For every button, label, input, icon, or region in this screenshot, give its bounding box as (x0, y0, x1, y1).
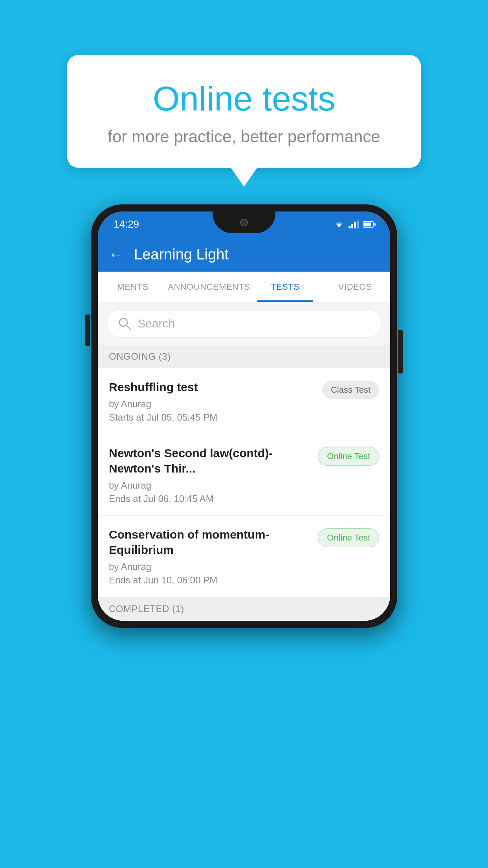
wifi-icon (334, 220, 345, 229)
phone-frame: 14:29 (91, 204, 397, 628)
search-placeholder: Search (138, 317, 175, 330)
tab-ments[interactable]: MENTS (98, 272, 168, 302)
test-by-conservation: by Anurag (109, 561, 310, 572)
svg-line-8 (126, 325, 130, 329)
phone-notch (213, 211, 275, 233)
phone-screen: 14:29 (98, 211, 390, 621)
camera (240, 219, 248, 226)
test-name-conservation: Conservation of momentum-Equilibrium (109, 527, 310, 557)
search-bar[interactable]: Search (106, 309, 382, 338)
phone-wrapper: 14:29 (91, 204, 397, 628)
tab-announcements[interactable]: ANNOUNCEMENTS (168, 272, 250, 302)
svg-rect-5 (363, 223, 371, 226)
test-item-newtons[interactable]: Newton's Second law(contd)-Newton's Thir… (98, 434, 390, 516)
ongoing-section-header: ONGOING (3) (98, 345, 390, 368)
test-by-reshuffling: by Anurag (109, 399, 314, 410)
back-button[interactable]: ← (109, 246, 123, 263)
test-name-newtons: Newton's Second law(contd)-Newton's Thir… (109, 445, 310, 476)
test-time-newtons: Ends at Jul 06, 10:45 AM (109, 493, 310, 504)
bubble-subtitle: for more practice, better performance (95, 127, 393, 146)
test-time-reshuffling: Starts at Jul 05, 05:45 PM (109, 412, 314, 423)
test-list: Reshuffling test by Anurag Starts at Jul… (98, 368, 390, 597)
status-time: 14:29 (114, 218, 139, 230)
signal-icon (349, 221, 359, 228)
test-badge-reshuffling: Class Test (322, 381, 379, 399)
search-area: Search (98, 302, 390, 345)
svg-rect-6 (374, 223, 376, 226)
battery-icon (363, 221, 376, 228)
app-header: ← Learning Light (98, 237, 390, 272)
test-info-newtons: Newton's Second law(contd)-Newton's Thir… (109, 445, 318, 504)
test-time-conservation: Ends at Jun 10, 06:00 PM (109, 575, 310, 586)
completed-section-header: COMPLETED (1) (98, 597, 390, 621)
test-name-reshuffling: Reshuffling test (109, 379, 314, 395)
ongoing-label: ONGOING (3) (109, 351, 171, 362)
tab-videos[interactable]: VIDEOS (320, 272, 390, 302)
tabs-bar: MENTS ANNOUNCEMENTS TESTS VIDEOS (98, 272, 390, 302)
test-info-reshuffling: Reshuffling test by Anurag Starts at Jul… (109, 379, 322, 423)
speech-bubble-area: Online tests for more practice, better p… (67, 55, 421, 168)
svg-rect-2 (354, 222, 356, 228)
tab-tests[interactable]: TESTS (250, 272, 320, 302)
app-title: Learning Light (134, 246, 229, 263)
completed-label: COMPLETED (1) (109, 603, 184, 614)
svg-rect-0 (349, 226, 350, 228)
test-by-newtons: by Anurag (109, 480, 310, 491)
speech-bubble: Online tests for more practice, better p… (67, 55, 421, 168)
bubble-title: Online tests (95, 79, 393, 119)
search-icon (118, 317, 131, 330)
test-info-conservation: Conservation of momentum-Equilibrium by … (109, 527, 318, 586)
test-badge-conservation: Online Test (318, 528, 379, 547)
svg-rect-1 (351, 224, 353, 228)
test-badge-newtons: Online Test (318, 447, 379, 466)
test-item-conservation[interactable]: Conservation of momentum-Equilibrium by … (98, 516, 390, 597)
status-icons (334, 220, 376, 229)
test-item-reshuffling[interactable]: Reshuffling test by Anurag Starts at Jul… (98, 368, 390, 434)
svg-rect-3 (357, 221, 359, 228)
